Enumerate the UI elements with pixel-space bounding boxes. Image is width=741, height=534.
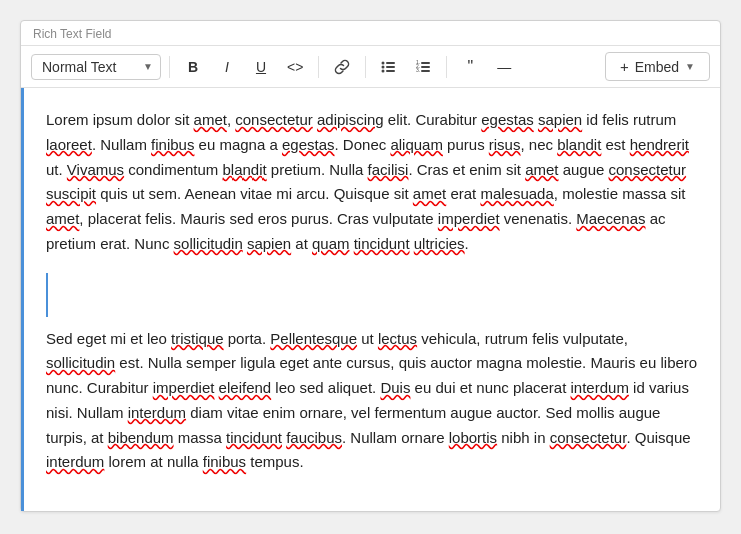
editor-label: Rich Text Field (21, 21, 720, 45)
divider-4 (446, 56, 447, 78)
paragraph-1: Lorem ipsum dolor sit amet, consectetur … (46, 108, 698, 257)
format-select[interactable]: Normal Text Heading 1 Heading 2 Heading … (31, 54, 161, 80)
rich-text-editor: Rich Text Field Normal Text Heading 1 He… (20, 20, 721, 512)
svg-rect-11 (421, 70, 430, 72)
underline-button[interactable]: U (246, 53, 276, 81)
bullet-list-button[interactable] (374, 53, 404, 81)
editor-content-area[interactable]: Lorem ipsum dolor sit amet, consectetur … (21, 88, 720, 511)
bold-button[interactable]: B (178, 53, 208, 81)
paragraph-2: Sed eget mi et leo tristique porta. Pell… (46, 327, 698, 476)
divider-2 (318, 56, 319, 78)
toolbar: Normal Text Heading 1 Heading 2 Heading … (21, 45, 720, 88)
svg-rect-5 (386, 70, 395, 72)
link-button[interactable] (327, 53, 357, 81)
svg-text:3.: 3. (416, 67, 420, 73)
numbered-list-button[interactable]: 1. 2. 3. (408, 53, 438, 81)
hr-icon: — (497, 59, 511, 75)
svg-point-2 (382, 65, 385, 68)
quote-icon: " (468, 59, 474, 75)
quote-button[interactable]: " (455, 53, 485, 81)
svg-rect-7 (421, 62, 430, 64)
format-select-wrapper[interactable]: Normal Text Heading 1 Heading 2 Heading … (31, 54, 161, 80)
svg-rect-9 (421, 66, 430, 68)
code-button[interactable]: <> (280, 53, 310, 81)
horizontal-rule-button[interactable]: — (489, 53, 519, 81)
numbered-list-icon: 1. 2. 3. (415, 59, 431, 75)
embed-button[interactable]: + Embed ▼ (605, 52, 710, 81)
divider-3 (365, 56, 366, 78)
divider-1 (169, 56, 170, 78)
cursor (46, 273, 48, 317)
svg-point-0 (382, 61, 385, 64)
svg-point-4 (382, 69, 385, 72)
svg-rect-3 (386, 66, 395, 68)
svg-rect-1 (386, 62, 395, 64)
italic-button[interactable]: I (212, 53, 242, 81)
embed-chevron-icon: ▼ (685, 61, 695, 72)
embed-label: Embed (635, 59, 679, 75)
link-icon (334, 59, 350, 75)
embed-plus-icon: + (620, 58, 629, 75)
bullet-list-icon (381, 59, 397, 75)
